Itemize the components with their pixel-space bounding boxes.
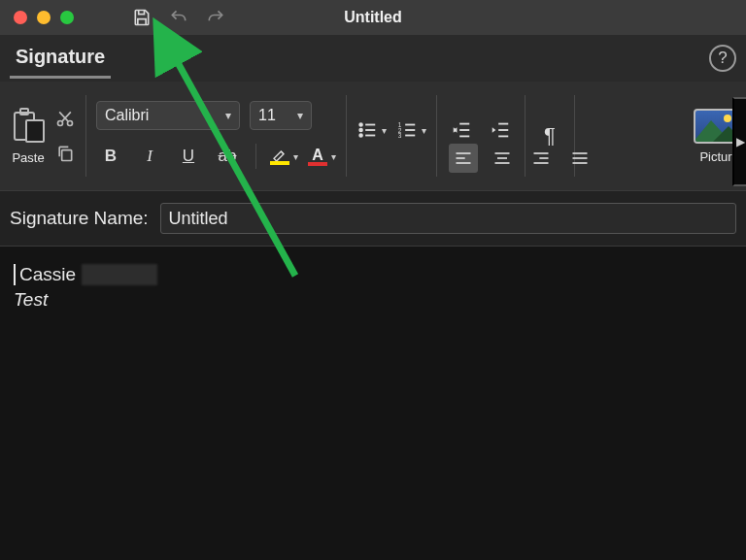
signature-name-row: Signature Name: xyxy=(0,190,746,247)
highlight-color-button[interactable]: ▾ xyxy=(270,148,298,165)
text-cursor xyxy=(14,264,16,285)
title-bar: Untitled xyxy=(0,0,746,35)
ribbon-tabs: Signature ? xyxy=(0,35,746,82)
font-group: Calibri ▾ 11 ▾ B I U ab ▾ xyxy=(96,89,336,182)
paragraph-list-group: ▾ 123 ▾ xyxy=(356,89,426,182)
paste-icon xyxy=(12,108,45,145)
highlight-color-swatch xyxy=(270,161,289,165)
svg-point-0 xyxy=(58,121,63,126)
font-color-swatch xyxy=(308,162,327,166)
decrease-indent-button[interactable] xyxy=(447,115,476,145)
align-left-button[interactable] xyxy=(449,144,478,173)
svg-text:3: 3 xyxy=(398,132,402,139)
redo-icon[interactable] xyxy=(206,8,225,27)
editor-line-1-first-name: Cassie xyxy=(19,264,76,285)
align-right-icon xyxy=(531,148,551,168)
strikethrough-button[interactable]: ab xyxy=(213,142,242,171)
zoom-window-button[interactable] xyxy=(60,11,74,24)
alignment-group xyxy=(449,144,594,173)
clipboard-group: Paste xyxy=(12,89,45,182)
bullets-icon xyxy=(356,119,378,141)
font-size-dropdown[interactable]: 11 ▾ xyxy=(250,101,312,130)
svg-point-4 xyxy=(359,129,362,132)
editor-line-2: Test xyxy=(14,289,732,311)
decrease-indent-icon xyxy=(451,119,472,141)
svg-marker-23 xyxy=(492,127,496,133)
chevron-down-icon: ▾ xyxy=(422,125,426,136)
align-left-icon xyxy=(454,148,473,168)
svg-point-3 xyxy=(359,123,362,126)
signature-editor[interactable]: Cassie Test xyxy=(0,247,746,560)
font-color-button[interactable]: A ▾ xyxy=(308,147,336,166)
paste-label: Paste xyxy=(12,150,44,165)
align-center-icon xyxy=(492,148,512,168)
clipboard-side xyxy=(54,89,76,182)
numbering-icon: 123 xyxy=(396,119,418,141)
justify-icon xyxy=(570,148,590,168)
ribbon-overflow-handle[interactable]: ▶ xyxy=(732,97,746,186)
paragraph-marks-group: ¶ xyxy=(535,89,564,182)
quick-access-toolbar xyxy=(132,8,225,27)
numbered-list-button[interactable]: 123 ▾ xyxy=(396,119,426,141)
chevron-down-icon: ▾ xyxy=(220,109,231,122)
font-name-dropdown[interactable]: Calibri ▾ xyxy=(96,101,240,130)
font-name-value: Calibri xyxy=(105,107,149,124)
chevron-down-icon: ▾ xyxy=(291,109,303,122)
chevron-down-icon: ▾ xyxy=(382,125,387,136)
svg-rect-2 xyxy=(62,150,72,161)
chevron-down-icon: ▾ xyxy=(293,151,298,162)
copy-icon[interactable] xyxy=(54,143,76,164)
pictures-label: Pictur xyxy=(699,149,731,164)
signature-name-input[interactable] xyxy=(160,203,736,234)
justify-button[interactable] xyxy=(565,144,594,173)
window-title: Untitled xyxy=(344,9,402,26)
italic-button[interactable]: I xyxy=(135,142,164,171)
close-window-button[interactable] xyxy=(14,11,27,24)
bold-button[interactable]: B xyxy=(96,142,125,171)
ribbon: Paste Calibri ▾ 11 ▾ B I U ab xyxy=(0,82,746,190)
svg-point-5 xyxy=(359,134,362,137)
increase-indent-button[interactable] xyxy=(486,115,515,145)
chevron-down-icon: ▾ xyxy=(331,151,336,162)
help-icon[interactable]: ? xyxy=(709,45,736,72)
signature-name-label: Signature Name: xyxy=(10,208,149,229)
align-right-button[interactable] xyxy=(526,144,556,173)
editor-line-1-redacted xyxy=(82,264,157,285)
undo-icon[interactable] xyxy=(169,8,188,27)
increase-indent-icon xyxy=(490,119,511,141)
tab-signature[interactable]: Signature xyxy=(10,38,111,79)
minimize-window-button[interactable] xyxy=(37,11,51,24)
underline-button[interactable]: U xyxy=(174,142,203,171)
font-size-value: 11 xyxy=(258,107,276,124)
align-center-button[interactable] xyxy=(488,144,517,173)
bulleted-list-button[interactable]: ▾ xyxy=(356,119,387,141)
svg-point-1 xyxy=(68,121,73,126)
window-controls xyxy=(0,11,74,24)
paste-button[interactable]: Paste xyxy=(12,108,45,165)
cut-icon[interactable] xyxy=(54,108,76,129)
save-icon[interactable] xyxy=(132,8,152,27)
